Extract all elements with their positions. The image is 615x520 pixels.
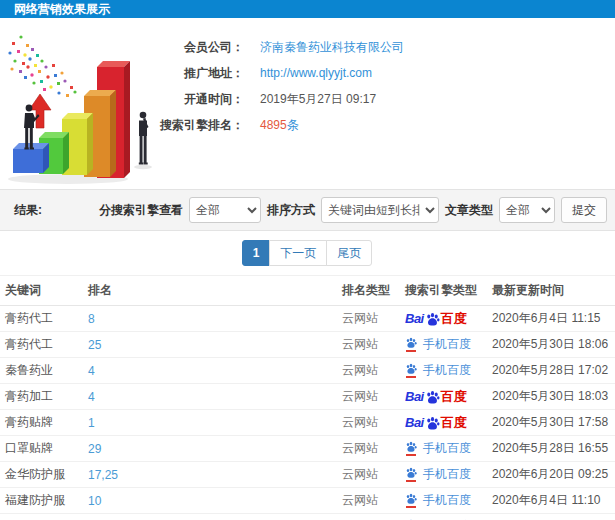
update-time-cell: 2020年5月30日 17:58: [492, 414, 615, 431]
confetti-dots: [8, 35, 76, 97]
update-time-cell: 2020年5月30日 18:06: [492, 336, 615, 353]
open-time-label: 开通时间：: [148, 91, 244, 108]
rank-count-value: 4895条: [260, 117, 299, 134]
mobile-baidu-label: 手机百度: [423, 492, 471, 509]
rank-type-cell: 云网站: [342, 388, 405, 405]
keyword-cell: 膏药代工: [5, 336, 88, 353]
filter-controls: 分搜索引擎查看 全部 排序方式 关键词由短到长排序 文章类型 全部 提交: [99, 197, 607, 223]
info-row-rankcount: 搜索引擎排名： 4895条: [148, 112, 404, 138]
keyword-cell: 福建防护服: [5, 492, 88, 509]
table-row: 膏药代工 8 云网站 Bai 百度: [0, 305, 615, 331]
engine-cell: Bai 百度 手机百度: [405, 388, 492, 406]
update-time-cell: 2020年6月4日 11:15: [492, 310, 615, 327]
table-row: 秦鲁药业 4 云网站 Bai 百度: [0, 357, 615, 383]
table-row: 金华防护服 17,25 云网站 Bai 百度: [0, 461, 615, 487]
rank-link[interactable]: 1: [88, 416, 342, 430]
last-page-button[interactable]: 尾页: [326, 240, 372, 266]
article-type-select[interactable]: 全部: [499, 197, 555, 223]
table-row: 膏药加工 4 云网站 Bai 百度: [0, 383, 615, 409]
rank-link[interactable]: 8: [88, 312, 342, 326]
mobile-baidu-paw-icon: [405, 337, 417, 349]
update-time-cell: 2020年5月28日 17:02: [492, 362, 615, 379]
sort-filter-select[interactable]: 关键词由短到长排序: [321, 197, 439, 223]
engine-filter-select[interactable]: 全部: [189, 197, 261, 223]
table-row: 膏药代工 25 云网站 Bai 百度: [0, 331, 615, 357]
mobile-baidu-underline: [406, 506, 416, 508]
company-info: 会员公司： 济南秦鲁药业科技有限公司 推广地址： http://www.qlyy…: [148, 34, 404, 138]
rank-type-cell: 云网站: [342, 414, 405, 431]
company-label: 会员公司：: [148, 39, 244, 56]
table-row: 口罩贴牌 29 云网站 Bai 百度: [0, 435, 615, 461]
rank-count-unit: 条: [287, 118, 299, 132]
result-label: 结果:: [14, 202, 42, 219]
rank-link[interactable]: 29: [88, 442, 342, 456]
mobile-baidu-label: 手机百度: [423, 336, 471, 353]
rank-type-cell: 云网站: [342, 336, 405, 353]
rank-count-label: 搜索引擎排名：: [148, 117, 244, 134]
mobile-baidu-underline: [406, 350, 416, 352]
mobile-baidu-label: 手机百度: [423, 362, 471, 379]
mobile-baidu-icon: 手机百度: [405, 362, 471, 379]
article-type-label: 文章类型: [445, 202, 493, 219]
results-table: 关键词 排名 排名类型 搜索引擎类型 最新更新时间 膏药代工 8 云网站 Bai…: [0, 275, 615, 520]
engine-cell: Bai 百度 手机百度: [405, 492, 492, 509]
baidu-paw-icon: [425, 312, 440, 327]
mobile-baidu-label: 手机百度: [423, 440, 471, 457]
next-page-button[interactable]: 下一页: [269, 240, 327, 266]
header-rank: 排名: [88, 282, 342, 299]
mobile-baidu-icon: 手机百度: [405, 466, 471, 483]
rank-link[interactable]: 4: [88, 364, 342, 378]
mobile-baidu-paw-icon: [405, 467, 417, 479]
keyword-cell: 膏药贴牌: [5, 414, 88, 431]
engine-cell: Bai 百度 手机百度: [405, 414, 492, 432]
rank-type-cell: 云网站: [342, 310, 405, 327]
mobile-baidu-paw-icon: [405, 493, 417, 505]
rank-count-number: 4895: [260, 118, 287, 132]
pagination: 1 下一页 尾页: [0, 240, 615, 266]
mobile-baidu-icon: 手机百度: [405, 336, 471, 353]
rank-link[interactable]: 25: [88, 338, 342, 352]
table-row: 膏药贴牌 1 云网站 Bai 百度: [0, 409, 615, 435]
sort-filter-label: 排序方式: [267, 202, 315, 219]
mobile-baidu-paw-icon: [405, 441, 417, 453]
company-link[interactable]: 济南秦鲁药业科技有限公司: [260, 39, 404, 56]
info-row-company: 会员公司： 济南秦鲁药业科技有限公司: [148, 34, 404, 60]
rank-link[interactable]: 10: [88, 494, 342, 508]
promotion-url-link[interactable]: http://www.qlyyjt.com: [260, 66, 372, 80]
chart-illustration: [0, 28, 160, 188]
rank-type-cell: 云网站: [342, 466, 405, 483]
info-row-opentime: 开通时间： 2019年5月27日 09:17: [148, 86, 404, 112]
header-rank-type: 排名类型: [342, 282, 405, 299]
rank-link[interactable]: 17,25: [88, 468, 342, 482]
mobile-baidu-underline: [406, 480, 416, 482]
header-engine-type: 搜索引擎类型: [405, 282, 492, 299]
table-row: 福建防护服 10 云网站 Bai 百度: [0, 487, 615, 513]
keyword-cell: 膏药代工: [5, 310, 88, 327]
baidu-paw-icon: [425, 390, 440, 405]
mobile-baidu-icon: 手机百度: [405, 440, 471, 457]
engine-cell: Bai 百度 手机百度: [405, 336, 492, 353]
page-titlebar: 网络营销效果展示: [0, 0, 615, 18]
engine-filter-label: 分搜索引擎查看: [99, 202, 183, 219]
rank-link[interactable]: 4: [88, 390, 342, 404]
rank-type-cell: 云网站: [342, 362, 405, 379]
baidu-paw-icon: [425, 416, 440, 431]
keyword-cell: 秦鲁药业: [5, 362, 88, 379]
info-row-url: 推广地址： http://www.qlyyjt.com: [148, 60, 404, 86]
header-keyword: 关键词: [5, 282, 88, 299]
update-time-cell: 2020年5月28日 16:55: [492, 440, 615, 457]
engine-cell: Bai 百度 手机百度: [405, 362, 492, 379]
update-time-cell: 2020年6月4日 11:10: [492, 492, 615, 509]
mobile-baidu-underline: [406, 454, 416, 456]
header-update-time: 最新更新时间: [492, 282, 615, 299]
update-time-cell: 2020年5月30日 18:03: [492, 388, 615, 405]
open-time-value: 2019年5月27日 09:17: [260, 91, 376, 108]
table-body: 膏药代工 8 云网站 Bai 百度: [0, 305, 615, 520]
table-header-row: 关键词 排名 排名类型 搜索引擎类型 最新更新时间: [0, 275, 615, 305]
page-1-button[interactable]: 1: [242, 240, 271, 266]
keyword-cell: 口罩贴牌: [5, 440, 88, 457]
rank-type-cell: 云网站: [342, 440, 405, 457]
engine-cell: Bai 百度 手机百度: [405, 440, 492, 457]
mobile-baidu-icon: 手机百度: [405, 492, 471, 509]
submit-button[interactable]: 提交: [561, 197, 607, 223]
